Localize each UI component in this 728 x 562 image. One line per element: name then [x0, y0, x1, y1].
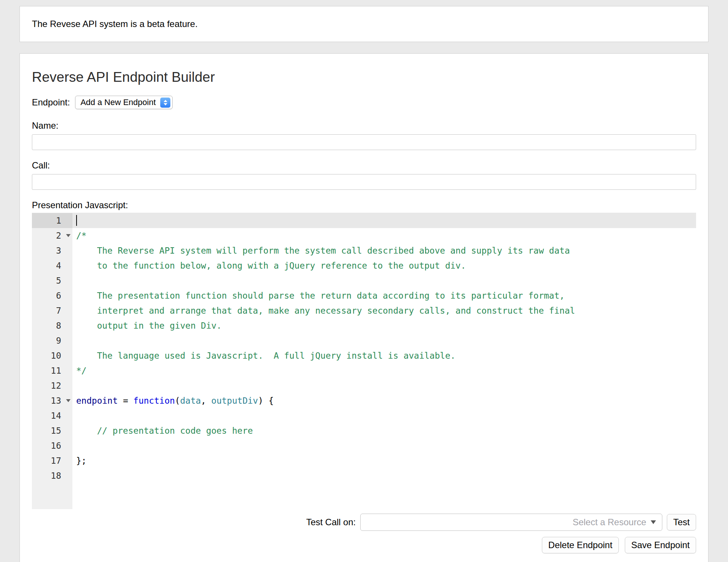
editor-code-area[interactable]: /* The Reverse API system will perform t…	[72, 213, 696, 509]
editor-line-number: 1	[32, 213, 72, 228]
delete-endpoint-button[interactable]: Delete Endpoint	[542, 537, 619, 553]
resource-select[interactable]: Select a Resource	[360, 514, 662, 531]
editor-code-line[interactable]	[72, 213, 696, 228]
page-title: Reverse API Endpoint Builder	[32, 69, 696, 85]
resource-select-placeholder: Select a Resource	[573, 517, 646, 527]
beta-banner-text: The Revese API system is a beta feature.	[32, 19, 198, 29]
editor-line-number: 3	[32, 243, 72, 258]
editor-code-line[interactable]	[72, 468, 696, 483]
test-button[interactable]: Test	[667, 514, 696, 530]
editor-code-line[interactable]	[72, 378, 696, 393]
editor-code-line[interactable]: interpret and arrange that data, make an…	[72, 303, 696, 318]
presentation-label: Presentation Javascript:	[32, 200, 696, 210]
text-cursor-icon	[76, 215, 77, 226]
editor-code-line[interactable]	[72, 408, 696, 423]
editor-code-line[interactable]: };	[72, 453, 696, 468]
chevron-down-icon	[164, 103, 167, 105]
editor-line-number: 6	[32, 288, 72, 303]
test-call-row: Test Call on: Select a Resource Test	[32, 514, 696, 531]
beta-banner: The Revese API system is a beta feature.	[20, 6, 708, 42]
name-input[interactable]	[32, 134, 696, 150]
editor-code-line[interactable]	[72, 333, 696, 348]
editor-code-line[interactable]: The Reverse API system will perform the …	[72, 243, 696, 258]
editor-line-number: 14	[32, 408, 72, 423]
name-field: Name:	[32, 120, 696, 150]
editor-line-number: 8	[32, 318, 72, 333]
editor-code-line[interactable]	[72, 438, 696, 453]
editor-code-line[interactable]	[72, 273, 696, 288]
editor-line-number: 5	[32, 273, 72, 288]
call-label: Call:	[32, 160, 696, 171]
endpoint-select-value: Add a New Endpoint	[80, 98, 156, 107]
editor-code-line[interactable]: to the function below, along with a jQue…	[72, 258, 696, 273]
endpoint-builder-panel: Reverse API Endpoint Builder Endpoint: A…	[20, 53, 708, 562]
editor-code-line[interactable]: The presentation function should parse t…	[72, 288, 696, 303]
call-field: Call:	[32, 160, 696, 190]
editor-code-line[interactable]: endpoint = function(data, outputDiv) {	[72, 393, 696, 408]
editor-line-number: 12	[32, 378, 72, 393]
endpoint-select[interactable]: Add a New Endpoint	[75, 96, 173, 109]
caret-down-icon	[651, 520, 656, 524]
editor-line-number: 2	[32, 228, 72, 243]
editor-line-number: 13	[32, 393, 72, 408]
editor-code-line[interactable]: // presentation code goes here	[72, 423, 696, 438]
editor-line-number: 10	[32, 348, 72, 363]
presentation-field: Presentation Javascript: 123456789101112…	[32, 200, 696, 509]
endpoint-label: Endpoint:	[32, 97, 70, 108]
fold-arrow-icon[interactable]	[66, 234, 71, 237]
editor-line-number: 18	[32, 468, 72, 483]
name-label: Name:	[32, 120, 696, 131]
chevron-up-icon	[164, 100, 167, 102]
call-input[interactable]	[32, 174, 696, 190]
page: The Revese API system is a beta feature.…	[0, 6, 728, 562]
fold-arrow-icon[interactable]	[66, 399, 71, 402]
editor-code-line[interactable]: /*	[72, 228, 696, 243]
editor-line-number: 16	[32, 438, 72, 453]
save-endpoint-button[interactable]: Save Endpoint	[625, 537, 696, 553]
editor-gutter: 123456789101112131415161718	[32, 213, 72, 509]
test-call-label: Test Call on:	[306, 517, 356, 527]
editor-line-number: 17	[32, 453, 72, 468]
editor-line-number: 11	[32, 363, 72, 378]
actions-row: Delete Endpoint Save Endpoint	[32, 537, 696, 553]
editor-code-line[interactable]: output in the given Div.	[72, 318, 696, 333]
editor-code-line[interactable]: The language used is Javascript. A full …	[72, 348, 696, 363]
code-editor[interactable]: 123456789101112131415161718 /* The Rever…	[32, 213, 696, 509]
select-stepper-icon	[160, 98, 170, 108]
editor-line-number: 15	[32, 423, 72, 438]
endpoint-row: Endpoint: Add a New Endpoint	[32, 96, 696, 109]
editor-code-line[interactable]: */	[72, 363, 696, 378]
editor-line-number: 4	[32, 258, 72, 273]
editor-line-number: 7	[32, 303, 72, 318]
editor-line-number: 9	[32, 333, 72, 348]
